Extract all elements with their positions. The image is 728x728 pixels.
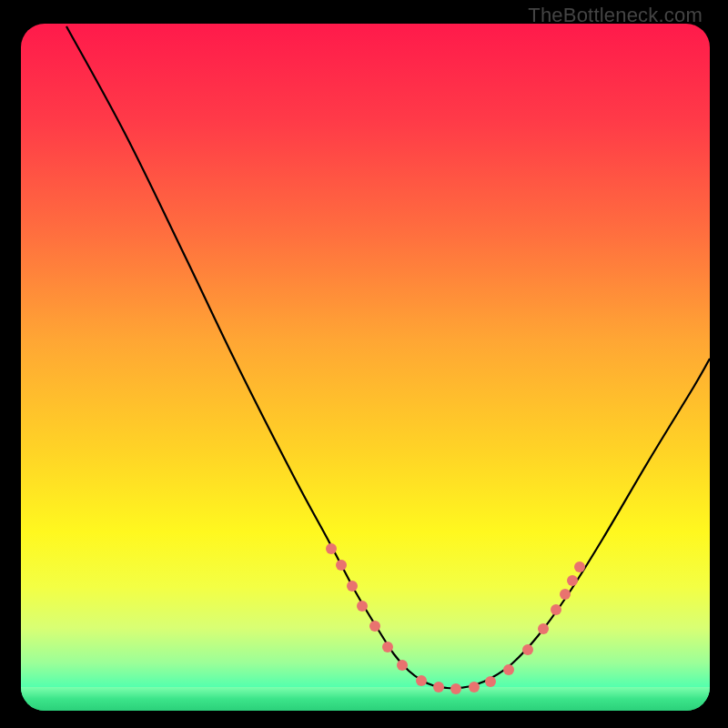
gradient-background	[21, 24, 710, 711]
chart-stage: TheBottleneck.com	[0, 0, 728, 728]
green-bottom-band	[21, 687, 710, 711]
plot-area	[21, 24, 710, 711]
